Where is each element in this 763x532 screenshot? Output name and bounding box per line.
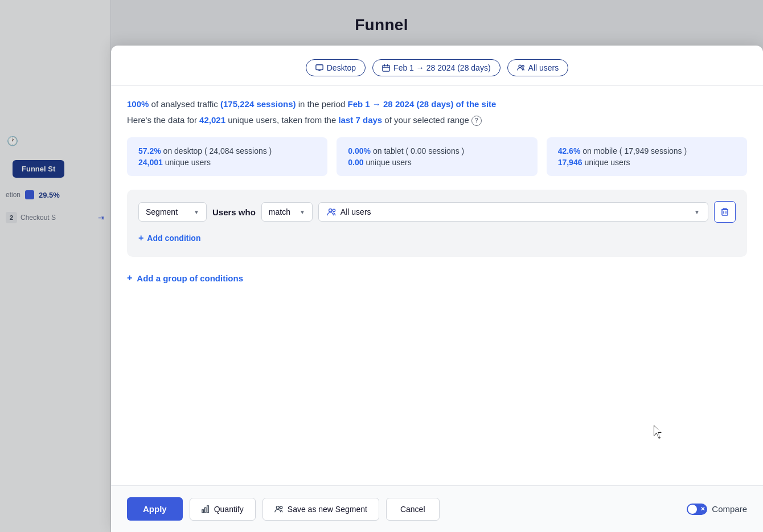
svg-rect-11 [722,210,728,215]
monitor-icon [315,64,323,72]
stat-mobile-users: 17,946 unique users [558,158,736,167]
filter-row: Segment ▼ Users who match ▼ [138,201,736,223]
stat-tablet: 0.00% on tablet ( 0.00 sessions ) 0.00 u… [337,137,537,176]
info-text1: of analysed traffic [151,99,220,109]
svg-rect-0 [316,65,323,70]
segment-chevron-icon: ▼ [694,209,700,215]
add-condition-button[interactable]: + Add condition [138,231,200,245]
users-pill-icon [517,64,525,72]
svg-rect-15 [204,508,206,513]
svg-point-17 [276,506,279,509]
add-condition-label: Add condition [147,234,200,243]
traffic-pct: 100% [127,99,149,109]
filter-section: Segment ▼ Users who match ▼ [127,190,747,257]
compare-toggle[interactable]: ✕ Compare [687,504,747,515]
save-segment-label: Save as new Segment [288,505,367,514]
filter-type-select[interactable]: Segment ▼ [138,202,207,222]
filter-type-label: Segment [146,207,178,216]
stat-mobile-users-count: 17,946 [558,158,582,167]
stat-desktop-device: on desktop ( 24,084 sessions ) [163,146,272,155]
compare-label: Compare [712,504,747,514]
stat-desktop-users: 24,001 unique users [138,158,316,167]
stat-tablet-users-count: 0.00 [348,158,363,167]
stat-desktop: 57.2% on desktop ( 24,084 sessions ) 24,… [127,137,327,176]
stat-desktop-line1: 57.2% on desktop ( 24,084 sessions ) [138,146,316,155]
delete-condition-button[interactable] [714,201,736,223]
stat-tablet-line1: 0.00% on tablet ( 0.00 sessions ) [348,146,526,155]
filter-condition-label: Users who [212,207,256,217]
info-row-2: Here's the data for 42,021 unique users,… [127,113,747,127]
stat-mobile: 42.6% on mobile ( 17,949 sessions ) 17,9… [547,137,747,176]
stat-tablet-users: 0.00 unique users [348,158,526,167]
stat-tablet-device: on tablet ( 0.00 sessions ) [373,146,464,155]
chevron-down-icon: ▼ [194,209,199,215]
info-text5: of your selected range [384,115,471,125]
trash-icon [720,207,729,216]
info-text3: Here's the data for [127,115,199,125]
stat-mobile-pct: 42.6% [558,146,581,155]
add-condition-plus-icon: + [138,233,143,243]
last-days: last 7 days [338,115,382,125]
svg-point-18 [280,506,282,509]
match-select[interactable]: match ▼ [261,202,313,222]
stat-desktop-users-count: 24,001 [138,158,163,167]
calendar-icon [382,64,390,72]
stat-mobile-line1: 42.6% on mobile ( 17,949 sessions ) [558,146,736,155]
period-label: Feb 1 → 28 2024 (28 days) of the site [348,99,497,109]
match-chevron-icon: ▼ [300,209,305,215]
toggle-x-icon: ✕ [700,506,705,512]
quantify-button[interactable]: Quantify [190,498,256,521]
segment-modal: Desktop Feb 1 → 28 2024 (28 days) All us… [111,46,763,532]
quantify-label: Quantify [214,505,244,514]
modal-footer: Apply Quantify Save as new Segment Cance… [111,485,763,532]
compare-toggle-switch[interactable]: ✕ [687,504,707,515]
svg-rect-14 [202,509,204,512]
info-text2: in the period [298,99,348,109]
add-group-label: Add a group of conditions [137,273,243,283]
svg-point-8 [522,66,524,68]
desktop-pill-label: Desktop [327,63,356,72]
date-pill-label: Feb 1 → 28 2024 (28 days) [393,63,490,72]
stat-mobile-users-label: unique users [584,158,630,167]
unique-users: 42,021 [199,115,225,125]
apply-button[interactable]: Apply [127,497,183,521]
stat-tablet-users-label: unique users [366,158,411,167]
stat-mobile-device: on mobile ( 17,949 sessions ) [582,146,687,155]
match-label: match [269,207,290,216]
stat-desktop-pct: 57.2% [138,146,161,155]
info-row-1: 100% of analysed traffic (175,224 sessio… [127,97,747,111]
stat-tablet-pct: 0.00% [348,146,371,155]
add-group-button[interactable]: + Add a group of conditions [127,266,243,290]
desktop-pill[interactable]: Desktop [306,59,366,76]
save-segment-button[interactable]: Save as new Segment [262,498,379,521]
bar-chart-icon [202,505,210,513]
segment-value-select[interactable]: All users ▼ [318,202,708,222]
svg-rect-16 [207,505,208,512]
info-text4: unique users, taken from the [228,115,338,125]
svg-point-7 [519,65,521,67]
modal-body: 100% of analysed traffic (175,224 sessio… [111,86,763,485]
svg-rect-3 [383,66,389,72]
sessions-count: (175,224 sessions) [220,99,296,109]
info-help-icon[interactable]: ? [471,116,482,126]
add-group-plus-icon: + [127,273,132,283]
svg-point-9 [329,209,331,212]
users-select-icon [327,207,336,216]
cancel-button[interactable]: Cancel [386,498,440,521]
users-pill-label: All users [528,63,559,72]
users-save-icon [274,505,283,513]
svg-point-10 [333,209,335,211]
segment-value-label: All users [341,207,371,216]
modal-header: Desktop Feb 1 → 28 2024 (28 days) All us… [111,46,763,86]
stat-desktop-users-label: unique users [165,158,211,167]
toggle-dot-inner [688,505,697,514]
stats-row: 57.2% on desktop ( 24,084 sessions ) 24,… [127,137,747,176]
users-pill[interactable]: All users [507,59,569,76]
date-pill[interactable]: Feb 1 → 28 2024 (28 days) [372,59,500,76]
